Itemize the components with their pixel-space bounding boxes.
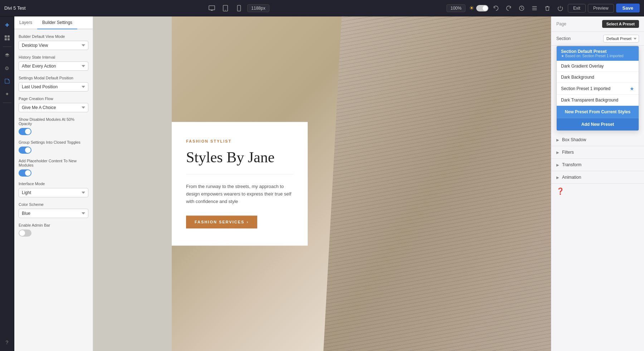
group-settings-toggle[interactable]: [19, 147, 31, 154]
settings-tabs: Layers Builder Settings: [14, 16, 93, 29]
settings-sidebar-btn[interactable]: ⚙: [1, 63, 13, 74]
layout-icon-btn[interactable]: [529, 4, 540, 13]
preview-button[interactable]: Preview: [588, 4, 614, 13]
right-panel: Page Select A Preset Section Default Pre…: [551, 16, 644, 351]
history-interval-select[interactable]: After Every Action: [19, 61, 88, 71]
interface-mode-select[interactable]: Light: [19, 188, 88, 197]
section-animation: ▶ Animation: [551, 171, 644, 184]
history-icon-btn[interactable]: [516, 4, 527, 13]
transform-header[interactable]: ▶ Transform: [551, 159, 644, 171]
section-row: Section Default Preset: [551, 32, 644, 46]
page-creation-flow-select[interactable]: Give Me A Choice: [19, 103, 88, 112]
new-preset-from-current-styles-button[interactable]: New Preset From Current Styles: [557, 106, 639, 118]
right-panel-header: Page Select A Preset: [551, 16, 644, 32]
hero-cta-button[interactable]: FASHION SERVICES ›: [186, 216, 257, 228]
canvas-content: FASHION STYLIST Styles By Jane From the …: [93, 16, 551, 351]
color-scheme-select[interactable]: Blue: [19, 209, 88, 218]
color-scheme-label: Color Scheme: [19, 202, 88, 207]
hero-body-text: From the runway to the streets, my appro…: [186, 183, 293, 205]
arrow-icon: ›: [247, 220, 249, 224]
modules-btn[interactable]: [1, 32, 13, 44]
tablet-view-btn[interactable]: [220, 4, 231, 13]
zoom-badge[interactable]: 100%: [447, 4, 465, 12]
history-interval-label: History State Interval: [19, 55, 88, 59]
viewport-size-badge[interactable]: 1188px: [247, 4, 269, 12]
redo-icon-btn[interactable]: [503, 4, 514, 13]
tab-builder-settings[interactable]: Builder Settings: [37, 16, 77, 29]
help-btn[interactable]: ?: [1, 337, 13, 348]
group-builder-view-mode: Builder Default View Mode Desktop View: [19, 34, 88, 50]
trash-icon-btn[interactable]: [542, 4, 553, 13]
group-color-scheme: Color Scheme Blue: [19, 202, 88, 218]
preset-item-label: Dark Transparent Background: [561, 98, 618, 103]
preset-item-label: Dark Background: [561, 75, 594, 80]
page-label: Page: [556, 21, 599, 26]
section-transform: ▶ Transform: [551, 159, 644, 171]
add-placeholder-toggle-row: [19, 169, 88, 177]
desktop-view-btn[interactable]: [206, 4, 217, 13]
undo-icon-btn[interactable]: [491, 4, 501, 13]
preset-item-label: Section Preset 1 imported: [561, 86, 610, 91]
group-history-interval: History State Interval After Every Actio…: [19, 55, 88, 71]
filters-header[interactable]: ▶ Filters: [551, 146, 644, 158]
svg-point-2: [225, 10, 226, 10]
active-preset-star-icon: ★: [630, 86, 634, 92]
help-icon-area: ❓: [551, 184, 644, 199]
svg-rect-9: [8, 38, 10, 40]
show-disabled-modules-toggle-row: [19, 128, 88, 135]
page-settings-btn[interactable]: [1, 75, 13, 87]
svg-rect-8: [5, 38, 7, 40]
power-icon-btn[interactable]: [555, 4, 566, 13]
group-modal-position: Settings Modal Default Position Last Use…: [19, 76, 88, 92]
preset-item-section-preset-1[interactable]: Section Preset 1 imported ★: [557, 83, 639, 95]
save-button[interactable]: Save: [616, 4, 640, 13]
section-label: Section: [556, 36, 600, 41]
group-enable-admin-bar: Enable Admin Bar: [19, 223, 88, 237]
mobile-view-btn[interactable]: [234, 4, 244, 13]
exit-button[interactable]: Exit: [568, 4, 586, 13]
preset-item-dark-gradient[interactable]: Dark Gradient Overlay: [557, 61, 639, 72]
box-shadow-header[interactable]: ▶ Box Shadow: [551, 134, 644, 146]
animation-label: Animation: [562, 175, 581, 180]
preset-dropdown-subtitle: ★ Based on: Section Preset 1 imported: [561, 54, 634, 58]
chevron-right-icon: ▶: [556, 138, 559, 142]
hero-card: FASHION STYLIST Styles By Jane From the …: [172, 122, 308, 246]
enable-admin-bar-label: Enable Admin Bar: [19, 223, 88, 227]
help-circle-icon[interactable]: ❓: [556, 188, 564, 195]
animation-header[interactable]: ▶ Animation: [551, 171, 644, 183]
theme-toggle[interactable]: [476, 5, 488, 11]
preset-item-dark-bg[interactable]: Dark Background: [557, 72, 639, 83]
tab-layers[interactable]: Layers: [14, 16, 37, 29]
svg-rect-0: [209, 5, 215, 10]
canvas-hero: FASHION STYLIST Styles By Jane From the …: [172, 16, 551, 351]
icon-sidebar: ✚ ⚙ ✦ ?: [0, 16, 14, 351]
preset-item-dark-transparent[interactable]: Dark Transparent Background: [557, 95, 639, 106]
preset-dropdown: Section Default Preset ★ Based on: Secti…: [556, 46, 639, 131]
modal-position-select[interactable]: Last Used Position: [19, 82, 88, 92]
enable-admin-bar-toggle[interactable]: [19, 229, 31, 237]
settings-body: Builder Default View Mode Desktop View H…: [14, 29, 93, 242]
group-add-placeholder: Add Placeholder Content To New Modules: [19, 159, 88, 177]
builder-view-mode-select[interactable]: Desktop View: [19, 41, 88, 50]
enable-admin-bar-toggle-row: [19, 229, 88, 237]
group-settings-toggle-row: [19, 147, 88, 154]
add-placeholder-toggle[interactable]: [19, 169, 31, 177]
show-disabled-modules-toggle[interactable]: [19, 128, 31, 135]
model-area: [323, 16, 551, 351]
preset-dropdown-header: Section Default Preset ★ Based on: Secti…: [557, 46, 639, 61]
topbar-center: 1188px: [206, 4, 269, 13]
add-module-btn[interactable]: ✚: [1, 19, 13, 31]
select-preset-button[interactable]: Select A Preset: [602, 20, 639, 28]
group-settings-label: Group Settings Into Closed Toggles: [19, 140, 88, 144]
group-group-settings: Group Settings Into Closed Toggles: [19, 140, 88, 154]
layers-sidebar-btn[interactable]: [1, 50, 13, 61]
section-preset-select[interactable]: Default Preset: [603, 35, 639, 43]
theme-builder-btn[interactable]: ✦: [1, 88, 13, 100]
topbar-right: ☀ Exit Preview Save: [469, 4, 640, 13]
interface-mode-label: Interface Mode: [19, 182, 88, 186]
topbar: Divi 5 Test 1188px 100% ☀: [0, 0, 644, 16]
section-filters: ▶ Filters: [551, 146, 644, 159]
canvas-area: FASHION STYLIST Styles By Jane From the …: [93, 16, 551, 351]
preset-dropdown-title: Section Default Preset: [561, 49, 634, 54]
add-new-preset-button[interactable]: Add New Preset: [557, 118, 639, 130]
